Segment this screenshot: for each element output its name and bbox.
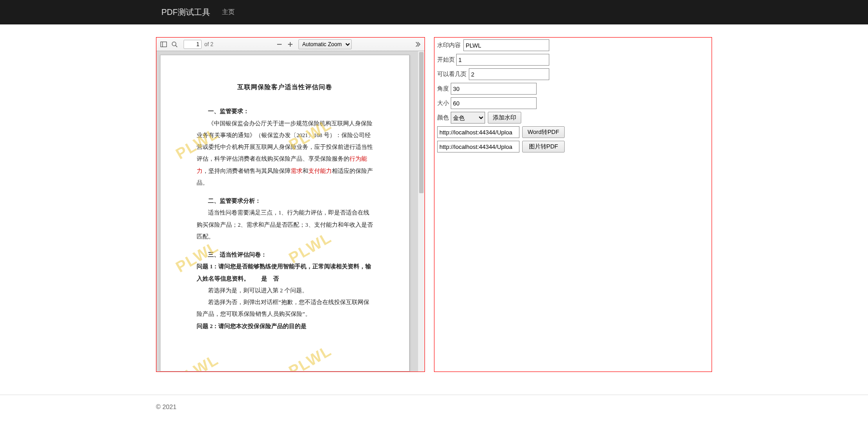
section-1-heading: 一、监管要求： [197,105,373,117]
copyright: © 2021 [156,395,712,419]
add-watermark-button[interactable]: 添加水印 [488,112,521,124]
doc-paragraph: 适当性问卷需要满足三点，1、行为能力评估，即是否适合在线购买保险产品；2、需求和… [197,207,373,243]
pdf-viewer-panel: of 2 Automatic Zoom [156,37,425,372]
toggle-sidebar-button[interactable] [158,39,169,50]
input-watermark-content[interactable] [463,39,549,51]
doc-title: 互联网保险客户适当性评估问卷 [197,81,373,94]
page-number-input[interactable] [184,40,202,49]
controls-panel: 水印内容 开始页 可以看几页 角度 大小 颜色 金色 [434,37,712,372]
input-angle[interactable] [451,83,537,95]
nav-link-home[interactable]: 主页 [216,8,241,16]
navbar: PDF测试工具 主页 [0,0,868,24]
label-pages-visible: 可以看几页 [437,70,469,78]
svg-line-3 [175,45,177,47]
label-watermark-content: 水印内容 [437,41,463,49]
svg-rect-0 [161,42,167,47]
label-color: 颜色 [437,114,451,122]
tools-menu-button[interactable] [412,39,423,50]
input-pages-visible[interactable] [469,68,549,80]
input-size[interactable] [451,97,537,109]
pdf-page[interactable]: PLWL PLWL PLWL PLWL PLWL PLWL 互联网保险客户适当性… [160,55,410,372]
doc-question-2: 问题 2：请问您本次投保保险产品的目的是 [197,320,373,332]
doc-paragraph: 若选择为是，则可以进入第 2 个问题。 [197,285,373,296]
doc-question-1: 问题 1：请问您是否能够熟练使用智能手机，正常阅读相关资料，输入姓名等信息资料。… [197,261,373,285]
page-count-label: of 2 [204,41,213,48]
zoom-in-button[interactable] [285,39,296,50]
scroll-thumb[interactable] [419,52,424,193]
watermark: PLWL [282,335,338,372]
pdf-body: PLWL PLWL PLWL PLWL PLWL PLWL 互联网保险客户适当性… [156,51,425,372]
app-title: PDF测试工具 [156,7,216,18]
watermark: PLWL [169,344,225,372]
section-3-heading: 三、适当性评估问卷： [197,249,373,261]
svg-point-2 [172,42,176,46]
pdf-scrollbar[interactable] [418,51,425,372]
pdf-toolbar: of 2 Automatic Zoom [156,38,425,51]
section-2-heading: 二、监管要求分析： [197,195,373,207]
input-image-url[interactable] [437,141,519,152]
label-angle: 角度 [437,85,451,93]
zoom-out-button[interactable] [274,39,285,50]
footer: © 2021 [0,395,868,419]
word-to-pdf-button[interactable]: Word转PDF [522,126,565,138]
doc-paragraph: 《中国银保监会办公厅关于进一步规范保险机构互联网人身保险业务有关事项的通知》（银… [197,118,373,189]
label-size: 大小 [437,99,451,107]
zoom-select[interactable]: Automatic Zoom [298,39,352,49]
image-to-pdf-button[interactable]: 图片转PDF [522,141,565,152]
doc-paragraph: 若选择为否，则弹出对话框“抱歉，您不适合在线投保互联网保险产品，您可联系保险销售… [197,296,373,320]
select-color[interactable]: 金色 [451,112,485,124]
input-word-url[interactable] [437,126,519,138]
label-start-page: 开始页 [437,56,456,64]
search-button[interactable] [169,39,180,50]
input-start-page[interactable] [456,54,549,66]
